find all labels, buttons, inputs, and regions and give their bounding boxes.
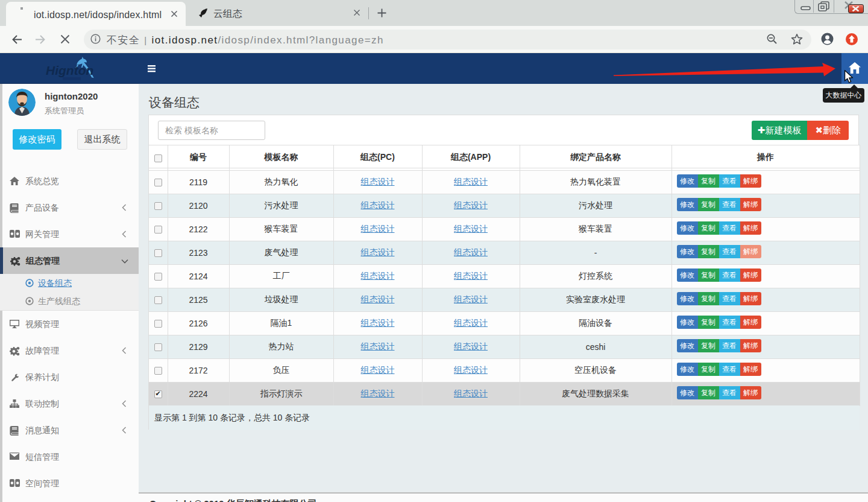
svg-text:Hignton: Hignton <box>46 63 93 77</box>
